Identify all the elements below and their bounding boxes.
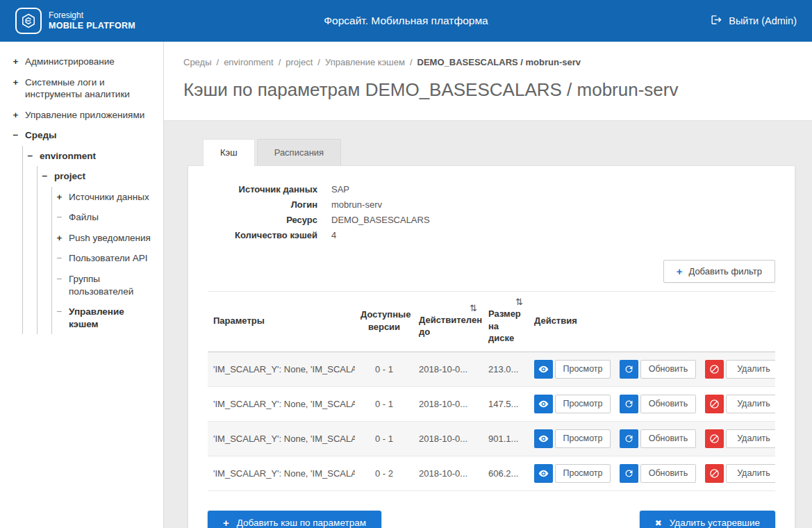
delete-icon-button[interactable]: [705, 360, 724, 379]
column-header-actions: Действия: [529, 292, 775, 352]
sidebar-item-system-logs[interactable]: + Системные логи и инструменты аналитики: [8, 72, 159, 105]
table-row: 'IM_SCALAR_Y': None, 'IM_SCALA... 0 - 1 …: [208, 352, 775, 386]
view-icon-button[interactable]: [534, 429, 553, 448]
cell-size: 901.1...: [483, 421, 529, 456]
view-button[interactable]: Просмотр: [555, 464, 611, 483]
info-value-cache-count: 4: [331, 230, 775, 240]
refresh-icon: [624, 399, 634, 409]
cell-valid-until: 2018-10-0...: [413, 352, 483, 386]
delete-stale-button[interactable]: ✖ Удалить устаревшие: [640, 511, 775, 528]
column-header-disk-size[interactable]: ⇅ Размер на диске: [483, 292, 529, 352]
cache-info: Источник данных SAP Логин mobrun-serv Ре…: [208, 184, 775, 240]
cross-icon: ✖: [655, 519, 662, 527]
tab-cache[interactable]: Кэш: [203, 139, 255, 166]
refresh-button[interactable]: Обновить: [640, 464, 696, 483]
cell-parameters: 'IM_SCALAR_Y': None, 'IM_SCALA...: [208, 352, 355, 386]
foresight-logo-icon: [15, 8, 42, 34]
expand-plus-icon[interactable]: +: [11, 76, 20, 89]
add-cache-button[interactable]: + Добавить кэш по параметрам: [208, 511, 381, 528]
cell-parameters: 'IM_SCALAR_Y': None, 'IM_SCALA...: [208, 386, 355, 421]
breadcrumb-cache-management[interactable]: Управление кэшем: [325, 57, 405, 67]
view-button[interactable]: Просмотр: [555, 429, 611, 448]
sidebar-item-cache-management[interactable]: − Управление кэшем: [52, 302, 159, 334]
refresh-button[interactable]: Обновить: [640, 429, 696, 448]
delete-icon-button[interactable]: [705, 429, 724, 448]
cell-actions: Просмотр Обновить Удалить: [529, 352, 775, 386]
delete-icon-button[interactable]: [705, 395, 724, 413]
refresh-icon: [624, 434, 634, 444]
breadcrumb-project[interactable]: project: [285, 57, 313, 67]
breadcrumb-environment[interactable]: environment: [224, 57, 274, 67]
view-button[interactable]: Просмотр: [555, 395, 611, 413]
sidebar-item-api-users[interactable]: − Пользователи API: [52, 248, 159, 269]
refresh-button[interactable]: Обновить: [640, 395, 696, 413]
plus-icon: +: [677, 266, 683, 277]
expand-plus-icon[interactable]: +: [55, 191, 64, 204]
view-icon-button[interactable]: [534, 360, 553, 379]
tree-branch-icon: −: [55, 252, 64, 265]
sidebar-item-push-notifications[interactable]: + Push уведомления: [52, 228, 159, 249]
logout-icon: [711, 14, 722, 28]
add-filter-button[interactable]: + Добавить фильтр: [663, 260, 775, 283]
view-icon-button[interactable]: [534, 464, 553, 483]
logout-label: Выйти (Admin): [729, 15, 797, 26]
breadcrumb-separator: /: [217, 57, 219, 67]
collapse-minus-icon[interactable]: −: [40, 170, 49, 183]
column-header-versions: Доступные версии: [355, 292, 413, 352]
delete-button[interactable]: Удалить: [726, 360, 775, 379]
app-title: Форсайт. Мобильная платформа: [324, 15, 488, 27]
logout-button[interactable]: Выйти (Admin): [711, 14, 797, 28]
sort-icon[interactable]: ⇅: [488, 297, 523, 306]
tree-branch-icon: −: [55, 306, 64, 318]
page-title: Кэши по параметрам DEMO_BASESCALARS / mo…: [183, 79, 791, 101]
collapse-minus-icon[interactable]: −: [11, 129, 20, 142]
breadcrumb-separator: /: [410, 57, 413, 67]
cell-versions: 0 - 1: [355, 421, 413, 456]
content: Кэш Расписания Источник данных SAP Логин…: [164, 121, 812, 528]
cell-size: 147.5...: [483, 386, 529, 421]
tab-schedules[interactable]: Расписания: [257, 139, 341, 165]
breadcrumb-separator: /: [279, 57, 281, 67]
table-row: 'IM_SCALAR_Y': None, 'IM_SCALA... 0 - 2 …: [208, 456, 775, 490]
breadcrumb-environments[interactable]: Среды: [183, 57, 212, 67]
column-header-parameters: Параметры: [208, 292, 355, 352]
view-icon-button[interactable]: [534, 395, 553, 413]
refresh-icon-button[interactable]: [620, 464, 638, 483]
sidebar-item-files[interactable]: − Файлы: [52, 207, 159, 228]
cell-valid-until: 2018-10-0...: [413, 456, 483, 490]
collapse-minus-icon[interactable]: −: [26, 150, 35, 163]
sidebar-item-app-management[interactable]: + Управление приложениями: [8, 105, 159, 126]
main-area: Среды / environment / project / Управлен…: [164, 42, 812, 528]
view-button[interactable]: Просмотр: [555, 360, 611, 379]
sidebar-item-project[interactable]: − project: [38, 166, 159, 187]
sidebar-item-environment[interactable]: − environment: [23, 146, 159, 167]
eye-icon: [538, 434, 549, 444]
sidebar-item-administration[interactable]: + Администрирование: [8, 51, 159, 72]
tabs: Кэш Расписания: [203, 139, 795, 165]
refresh-icon-button[interactable]: [620, 429, 638, 448]
delete-button[interactable]: Удалить: [726, 429, 775, 448]
sort-icon[interactable]: ⇅: [419, 304, 477, 313]
expand-plus-icon[interactable]: +: [11, 109, 20, 122]
sidebar: + Администрирование + Системные логи и и…: [0, 42, 164, 528]
sidebar-item-environments[interactable]: − Среды: [8, 125, 159, 146]
delete-button[interactable]: Удалить: [726, 464, 775, 483]
expand-plus-icon[interactable]: +: [11, 56, 20, 68]
sidebar-item-user-groups[interactable]: − Группы пользователей: [52, 269, 159, 302]
refresh-icon: [624, 364, 634, 374]
cell-versions: 0 - 1: [355, 386, 413, 421]
expand-plus-icon[interactable]: +: [55, 232, 64, 245]
refresh-icon-button[interactable]: [620, 360, 638, 379]
info-label-cache-count: Количество кэшей: [208, 230, 317, 240]
refresh-button[interactable]: Обновить: [640, 360, 696, 379]
refresh-icon: [624, 468, 634, 479]
sidebar-item-data-sources[interactable]: + Источники данных: [52, 187, 159, 208]
delete-button[interactable]: Удалить: [726, 395, 775, 413]
column-header-valid-until[interactable]: ⇅ Действителен до: [413, 292, 483, 352]
delete-icon-button[interactable]: [705, 464, 724, 483]
cancel-icon: [709, 399, 720, 409]
tree-branch-icon: −: [55, 273, 64, 286]
page-head: Среды / environment / project / Управлен…: [164, 42, 812, 121]
refresh-icon-button[interactable]: [620, 395, 638, 413]
logo-brand: Foresight: [49, 10, 135, 21]
